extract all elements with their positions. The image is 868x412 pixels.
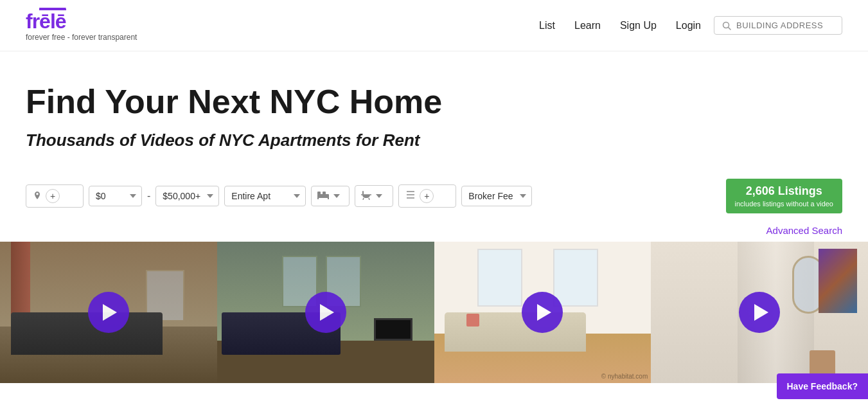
gallery-item-4[interactable] xyxy=(651,242,868,383)
play-button-3[interactable] xyxy=(522,292,563,333)
bed-icon xyxy=(317,190,330,202)
chevron-down-icon xyxy=(376,194,382,198)
nav: List Learn Sign Up Login xyxy=(539,20,701,31)
broker-fee-select[interactable]: Broker Fee No Fee Both xyxy=(461,186,532,206)
advanced-search-row: Advanced Search xyxy=(0,222,868,242)
logo-overline: ēlē xyxy=(39,9,66,31)
gallery-item-2[interactable] xyxy=(217,242,434,383)
gallery: © nyhabitat.com xyxy=(0,242,868,383)
apt-type-select[interactable]: Entire Apt Private Room Shared Room xyxy=(224,186,306,206)
price-max-select[interactable]: $50,000+ $2,000 $3,000 $4,000 $5,000 xyxy=(155,186,219,206)
svg-line-10 xyxy=(369,198,369,200)
bath-icon xyxy=(360,190,372,202)
add-amenity-button[interactable]: + xyxy=(420,189,434,203)
svg-line-1 xyxy=(729,27,731,30)
nav-learn[interactable]: Learn xyxy=(574,20,601,31)
amenities-filter[interactable]: + xyxy=(398,184,456,208)
listings-sub: includes listings without a video xyxy=(735,199,833,208)
location-filter[interactable]: + xyxy=(26,184,84,208)
svg-rect-6 xyxy=(328,197,329,199)
search-icon xyxy=(722,21,731,30)
nav-list[interactable]: List xyxy=(539,20,555,31)
hero-heading: Find Your Next NYC Home xyxy=(26,84,842,120)
logo-area: frēlē forever free - forever transparent xyxy=(26,9,137,42)
svg-line-9 xyxy=(363,198,364,200)
add-location-button[interactable]: + xyxy=(46,189,60,203)
logo: frēlē xyxy=(26,9,137,31)
baths-filter[interactable] xyxy=(355,185,393,207)
price-dash: - xyxy=(147,190,150,202)
svg-rect-7 xyxy=(362,191,364,195)
beds-filter[interactable] xyxy=(311,186,350,206)
svg-rect-5 xyxy=(317,197,319,199)
nav-login[interactable]: Login xyxy=(676,20,701,31)
hero-subheading: Thousands of Videos of NYC Apartments fo… xyxy=(26,130,842,150)
hero-section: Find Your Next NYC Home Thousands of Vid… xyxy=(0,51,868,170)
price-min-select[interactable]: $0 $500 $1,000 $1,500 $2,000 xyxy=(89,186,142,206)
play-button-2[interactable] xyxy=(305,292,346,333)
chevron-down-icon xyxy=(333,194,340,198)
filter-bar: + $0 $500 $1,000 $1,500 $2,000 - $50,000… xyxy=(0,170,868,222)
location-icon xyxy=(33,191,42,202)
feedback-button[interactable]: Have Feedback? xyxy=(777,373,869,383)
svg-rect-4 xyxy=(323,192,326,195)
nav-signup[interactable]: Sign Up xyxy=(620,20,657,31)
list-icon xyxy=(405,190,416,202)
gallery-item-3[interactable]: © nyhabitat.com xyxy=(434,242,651,383)
header: frēlē forever free - forever transparent… xyxy=(0,0,868,51)
logo-tagline: forever free - forever transparent xyxy=(26,33,137,42)
advanced-search-link[interactable]: Advanced Search xyxy=(766,225,842,236)
listings-count-button[interactable]: 2,606 Listings includes listings without… xyxy=(726,179,842,213)
listings-count: 2,606 Listings xyxy=(735,184,833,199)
play-button-4[interactable] xyxy=(739,292,780,333)
search-input[interactable] xyxy=(736,21,834,30)
svg-rect-3 xyxy=(317,192,321,195)
gallery-item-1[interactable] xyxy=(0,242,217,383)
play-button-1[interactable] xyxy=(88,292,129,333)
search-box xyxy=(714,16,842,35)
